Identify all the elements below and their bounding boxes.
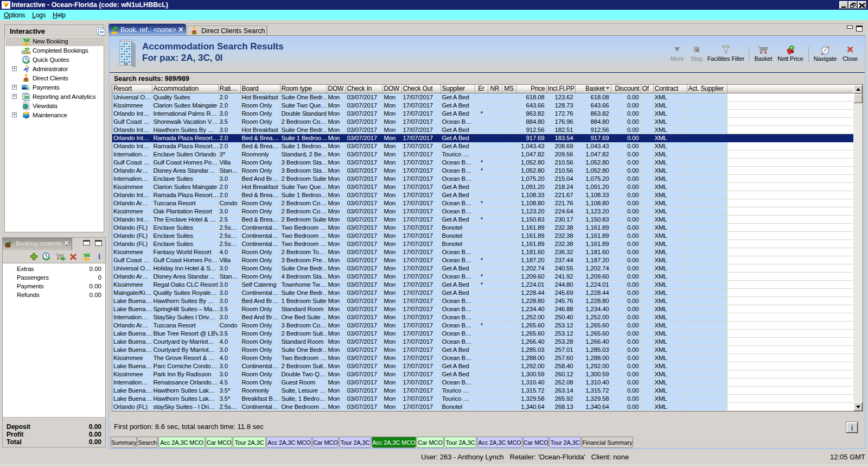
svg-text:$: $	[26, 84, 30, 92]
svg-text:i: i	[98, 252, 100, 261]
